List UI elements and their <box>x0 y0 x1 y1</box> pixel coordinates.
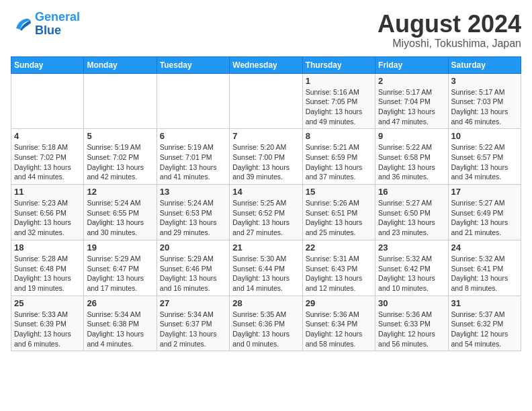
day-number: 25 <box>14 298 81 308</box>
calendar-cell: 14Sunrise: 5:25 AM Sunset: 6:52 PM Dayli… <box>230 185 302 240</box>
title-block: August 2024 Miyoshi, Tokushima, Japan <box>378 11 521 50</box>
calendar-cell: 20Sunrise: 5:29 AM Sunset: 6:46 PM Dayli… <box>157 240 229 295</box>
calendar-week-3: 18Sunrise: 5:28 AM Sunset: 6:48 PM Dayli… <box>11 240 521 295</box>
day-number: 24 <box>451 242 518 253</box>
logo-text: General Blue <box>35 11 80 38</box>
calendar-cell: 15Sunrise: 5:26 AM Sunset: 6:51 PM Dayli… <box>302 185 375 240</box>
day-info: Sunrise: 5:25 AM Sunset: 6:52 PM Dayligh… <box>232 198 299 238</box>
calendar-cell: 4Sunrise: 5:18 AM Sunset: 7:02 PM Daylig… <box>11 129 84 185</box>
day-info: Sunrise: 5:31 AM Sunset: 6:43 PM Dayligh… <box>306 254 372 293</box>
day-info: Sunrise: 5:24 AM Sunset: 6:53 PM Dayligh… <box>160 198 226 238</box>
calendar-title: August 2024 <box>378 11 521 38</box>
calendar-cell: 1Sunrise: 5:16 AM Sunset: 7:05 PM Daylig… <box>302 73 375 129</box>
day-number: 23 <box>378 242 445 253</box>
day-number: 14 <box>232 187 299 197</box>
day-info: Sunrise: 5:16 AM Sunset: 7:05 PM Dayligh… <box>306 87 372 127</box>
day-number: 15 <box>306 187 372 197</box>
day-number: 31 <box>451 298 518 308</box>
calendar-cell: 10Sunrise: 5:22 AM Sunset: 6:57 PM Dayli… <box>448 129 521 185</box>
day-info: Sunrise: 5:34 AM Sunset: 6:37 PM Dayligh… <box>160 310 226 349</box>
day-number: 5 <box>87 131 153 141</box>
day-number: 3 <box>451 76 518 86</box>
day-number: 26 <box>87 298 153 308</box>
day-info: Sunrise: 5:17 AM Sunset: 7:04 PM Dayligh… <box>378 87 445 127</box>
weekday-header-thursday: Thursday <box>302 56 375 73</box>
day-number: 29 <box>306 298 372 308</box>
day-number: 13 <box>160 187 226 197</box>
day-info: Sunrise: 5:28 AM Sunset: 6:48 PM Dayligh… <box>14 254 81 293</box>
day-number: 12 <box>87 187 153 197</box>
day-info: Sunrise: 5:24 AM Sunset: 6:55 PM Dayligh… <box>87 198 153 238</box>
calendar-cell: 19Sunrise: 5:29 AM Sunset: 6:47 PM Dayli… <box>84 240 157 295</box>
weekday-header-wednesday: Wednesday <box>230 56 302 73</box>
calendar-cell: 18Sunrise: 5:28 AM Sunset: 6:48 PM Dayli… <box>11 240 84 295</box>
calendar-week-1: 4Sunrise: 5:18 AM Sunset: 7:02 PM Daylig… <box>11 129 521 185</box>
calendar-cell <box>157 73 229 129</box>
day-info: Sunrise: 5:29 AM Sunset: 6:46 PM Dayligh… <box>160 254 226 293</box>
calendar-cell: 17Sunrise: 5:27 AM Sunset: 6:49 PM Dayli… <box>448 185 521 240</box>
day-info: Sunrise: 5:23 AM Sunset: 6:56 PM Dayligh… <box>14 198 81 238</box>
day-info: Sunrise: 5:19 AM Sunset: 7:02 PM Dayligh… <box>87 142 153 182</box>
calendar-cell: 16Sunrise: 5:27 AM Sunset: 6:50 PM Dayli… <box>375 185 448 240</box>
day-info: Sunrise: 5:32 AM Sunset: 6:42 PM Dayligh… <box>378 254 445 293</box>
calendar-cell: 8Sunrise: 5:21 AM Sunset: 6:59 PM Daylig… <box>302 129 375 185</box>
calendar-cell: 26Sunrise: 5:34 AM Sunset: 6:38 PM Dayli… <box>84 295 157 351</box>
calendar-cell: 28Sunrise: 5:35 AM Sunset: 6:36 PM Dayli… <box>230 295 302 351</box>
day-number: 22 <box>306 242 372 253</box>
weekday-row: SundayMondayTuesdayWednesdayThursdayFrid… <box>11 56 521 73</box>
calendar-cell: 9Sunrise: 5:22 AM Sunset: 6:58 PM Daylig… <box>375 129 448 185</box>
calendar-cell <box>230 73 302 129</box>
calendar-cell: 30Sunrise: 5:36 AM Sunset: 6:33 PM Dayli… <box>375 295 448 351</box>
logo: General Blue <box>11 11 80 38</box>
day-number: 17 <box>451 187 518 197</box>
logo-icon <box>11 15 32 34</box>
day-info: Sunrise: 5:37 AM Sunset: 6:32 PM Dayligh… <box>451 310 518 349</box>
day-info: Sunrise: 5:22 AM Sunset: 6:57 PM Dayligh… <box>451 142 518 182</box>
weekday-header-sunday: Sunday <box>11 56 84 73</box>
weekday-header-saturday: Saturday <box>448 56 521 73</box>
calendar-cell: 7Sunrise: 5:20 AM Sunset: 7:00 PM Daylig… <box>230 129 302 185</box>
day-number: 9 <box>378 131 445 141</box>
day-number: 6 <box>160 131 226 141</box>
day-number: 7 <box>232 131 299 141</box>
calendar-cell <box>84 73 157 129</box>
day-info: Sunrise: 5:34 AM Sunset: 6:38 PM Dayligh… <box>87 310 153 349</box>
calendar-cell: 25Sunrise: 5:33 AM Sunset: 6:39 PM Dayli… <box>11 295 84 351</box>
day-number: 18 <box>14 242 81 253</box>
day-info: Sunrise: 5:33 AM Sunset: 6:39 PM Dayligh… <box>14 310 81 349</box>
day-info: Sunrise: 5:35 AM Sunset: 6:36 PM Dayligh… <box>232 310 299 349</box>
day-number: 1 <box>306 76 372 86</box>
day-info: Sunrise: 5:27 AM Sunset: 6:49 PM Dayligh… <box>451 198 518 238</box>
day-number: 21 <box>232 242 299 253</box>
day-number: 16 <box>378 187 445 197</box>
calendar-week-0: 1Sunrise: 5:16 AM Sunset: 7:05 PM Daylig… <box>11 73 521 129</box>
weekday-header-friday: Friday <box>375 56 448 73</box>
calendar-cell: 27Sunrise: 5:34 AM Sunset: 6:37 PM Dayli… <box>157 295 229 351</box>
calendar-cell: 2Sunrise: 5:17 AM Sunset: 7:04 PM Daylig… <box>375 73 448 129</box>
calendar-cell: 24Sunrise: 5:32 AM Sunset: 6:41 PM Dayli… <box>448 240 521 295</box>
calendar-cell: 13Sunrise: 5:24 AM Sunset: 6:53 PM Dayli… <box>157 185 229 240</box>
day-info: Sunrise: 5:17 AM Sunset: 7:03 PM Dayligh… <box>451 87 518 127</box>
day-info: Sunrise: 5:26 AM Sunset: 6:51 PM Dayligh… <box>306 198 372 238</box>
day-number: 20 <box>160 242 226 253</box>
day-info: Sunrise: 5:32 AM Sunset: 6:41 PM Dayligh… <box>451 254 518 293</box>
calendar-cell: 3Sunrise: 5:17 AM Sunset: 7:03 PM Daylig… <box>448 73 521 129</box>
day-number: 11 <box>14 187 81 197</box>
page-header: General Blue August 2024 Miyoshi, Tokush… <box>11 11 521 50</box>
day-number: 30 <box>378 298 445 308</box>
calendar-header: SundayMondayTuesdayWednesdayThursdayFrid… <box>11 56 521 73</box>
day-number: 4 <box>14 131 81 141</box>
day-number: 8 <box>306 131 372 141</box>
day-info: Sunrise: 5:19 AM Sunset: 7:01 PM Dayligh… <box>160 142 226 182</box>
weekday-header-monday: Monday <box>84 56 157 73</box>
day-info: Sunrise: 5:36 AM Sunset: 6:34 PM Dayligh… <box>306 310 372 349</box>
day-info: Sunrise: 5:20 AM Sunset: 7:00 PM Dayligh… <box>232 142 299 182</box>
calendar-cell: 5Sunrise: 5:19 AM Sunset: 7:02 PM Daylig… <box>84 129 157 185</box>
calendar-cell: 11Sunrise: 5:23 AM Sunset: 6:56 PM Dayli… <box>11 185 84 240</box>
calendar-cell: 22Sunrise: 5:31 AM Sunset: 6:43 PM Dayli… <box>302 240 375 295</box>
day-number: 27 <box>160 298 226 308</box>
day-number: 28 <box>232 298 299 308</box>
day-info: Sunrise: 5:22 AM Sunset: 6:58 PM Dayligh… <box>378 142 445 182</box>
day-number: 19 <box>87 242 153 253</box>
calendar-cell: 23Sunrise: 5:32 AM Sunset: 6:42 PM Dayli… <box>375 240 448 295</box>
